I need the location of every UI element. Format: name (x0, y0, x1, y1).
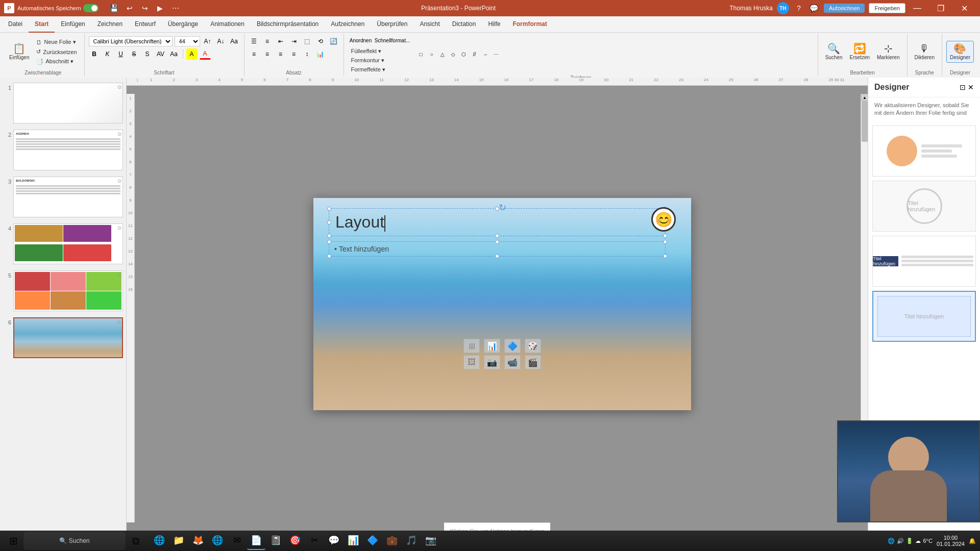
tab-zeichnen[interactable]: Zeichnen (91, 16, 129, 33)
content-handle-bl[interactable] (327, 254, 331, 258)
shapes-gallery[interactable]: □ (415, 49, 427, 60)
shape-7[interactable]: → (480, 49, 491, 60)
numbering-button[interactable]: ≡ (262, 36, 273, 47)
tab-uebergaenge[interactable]: Übergänge (162, 16, 204, 33)
search-taskbar-button[interactable]: 🔍 Suchen (23, 532, 126, 550)
tab-hilfe[interactable]: Hilfe (482, 16, 506, 33)
formkontur-button[interactable]: Formkontur ▾ (348, 56, 410, 65)
battery-icon[interactable]: 🔋 (906, 538, 913, 544)
slide-preview-3[interactable]: BALDOWSKI ⊙ (13, 177, 123, 217)
user-avatar[interactable]: TH (777, 2, 789, 14)
taskbar-onenote[interactable]: 📓 (266, 532, 285, 550)
font-family-select[interactable]: Calibri Light (Überschriften) (89, 36, 173, 46)
table-icon[interactable]: ⊞ (463, 339, 480, 353)
slide-preview-2[interactable]: AGENDA ⊙ (13, 130, 123, 170)
columns-button[interactable]: ⬚ (302, 36, 313, 47)
shadow-button[interactable]: S (142, 48, 153, 60)
ersetzen-button[interactable]: 🔁 Ersetzen (847, 41, 873, 62)
clear-format-button[interactable]: Aa (229, 36, 240, 47)
taskbar-word[interactable]: 🔷 (363, 532, 382, 550)
grow-font-button[interactable]: A↑ (202, 36, 213, 47)
taskbar-teams[interactable]: 🎯 (286, 532, 304, 550)
taskbar-outlook[interactable]: 💬 (325, 532, 343, 550)
tab-start[interactable]: Start (29, 16, 55, 33)
shape-2[interactable]: ○ (426, 49, 437, 60)
tab-animationen[interactable]: Animationen (204, 16, 251, 33)
underline-button[interactable]: U (115, 48, 127, 60)
slide-preview-6[interactable]: ⊙ (13, 317, 123, 358)
tab-bildschirm[interactable]: Bildschirmpräsentation (251, 16, 325, 33)
shape-8[interactable]: ⋯ (491, 49, 502, 60)
markieren-button[interactable]: ⊹ Markieren (874, 41, 902, 62)
align-center-button[interactable]: ≡ (262, 48, 273, 60)
tab-ansicht[interactable]: Ansicht (413, 16, 446, 33)
help-icon[interactable]: ? (793, 3, 804, 14)
anordnen-button[interactable]: Anordnen (348, 35, 374, 46)
smart-art-button[interactable]: 📊 (315, 48, 326, 60)
shape-6[interactable]: // (469, 49, 480, 60)
picture-icon[interactable]: 🖼 (463, 355, 480, 369)
tab-aufzeichnen[interactable]: Aufzeichnen (325, 16, 371, 33)
slide-thumb-4[interactable]: 4 ⊙ (2, 222, 124, 265)
photo-icon[interactable]: 📷 (484, 355, 500, 369)
taskbar-snip[interactable]: ✂ (305, 532, 324, 550)
taskbar-camera[interactable]: 📷 (422, 532, 440, 550)
taskbar-firefox[interactable]: 🦊 (189, 532, 207, 550)
rotate-handle[interactable]: ↻ (499, 202, 506, 213)
3d-icon[interactable]: 🎲 (525, 339, 541, 353)
taskbar-explorer[interactable]: 📁 (169, 532, 188, 550)
tab-entwurf[interactable]: Entwurf (129, 16, 162, 33)
taskbar-app1[interactable]: 💼 (383, 532, 401, 550)
justify-button[interactable]: ≡ (288, 48, 300, 60)
taskbar-edge[interactable]: 🌐 (150, 532, 168, 550)
handle-br[interactable] (663, 234, 667, 238)
highlight-button[interactable]: A (186, 48, 198, 60)
convert-button[interactable]: 🔄 (328, 36, 339, 47)
strikethrough-button[interactable]: S (129, 48, 140, 60)
shape-5[interactable]: ⬡ (458, 49, 470, 60)
slide-thumb-1[interactable]: 1 ⊙ (2, 82, 124, 124)
taskbar-powerpoint[interactable]: 📄 (247, 532, 265, 550)
video-icon[interactable]: 📹 (504, 355, 521, 369)
close-button[interactable]: ✕ (952, 0, 976, 16)
line-spacing-button[interactable]: ↕ (302, 48, 313, 60)
char-spacing-button[interactable]: AV (155, 48, 166, 60)
present-icon[interactable]: ▶ (155, 3, 166, 14)
slide-preview-4[interactable]: ⊙ (13, 223, 123, 264)
taskbar-app2[interactable]: 🎵 (402, 532, 421, 550)
share-button[interactable]: Freigeben (869, 3, 905, 13)
increase-indent-button[interactable]: ⇥ (288, 36, 300, 47)
slide-preview-1[interactable]: ⊙ (13, 83, 123, 123)
more-icon[interactable]: ⋯ (170, 3, 181, 14)
slide-preview-5[interactable]: ⊙ (13, 270, 123, 311)
scroll-up-button[interactable]: ▲ (861, 94, 868, 101)
smartart-icon[interactable]: 🔷 (504, 339, 521, 353)
feedback-icon[interactable]: 💬 (808, 3, 820, 14)
tab-dictation[interactable]: Dictation (446, 16, 482, 33)
slide-thumb-5[interactable]: 5 ⊙ (2, 269, 124, 312)
slide-thumb-2[interactable]: 2 AGENDA ⊙ (2, 129, 124, 171)
formeffekte-button[interactable]: Formeffekte ▾ (348, 65, 410, 74)
template-1[interactable] (872, 126, 976, 177)
einfuegen-button[interactable]: 📋 Einfügen (6, 41, 32, 62)
template-2[interactable]: Titel hinzufügen (872, 181, 976, 232)
shape-3[interactable]: △ (437, 49, 448, 60)
content-textbox[interactable]: •Text hinzufügen (329, 241, 666, 257)
title-textbox[interactable]: Layout (329, 208, 666, 236)
notification-button[interactable]: 🔔 (969, 538, 976, 544)
restore-button[interactable]: ❐ (929, 0, 952, 16)
content-handle-tl[interactable] (327, 240, 331, 244)
slide-title[interactable]: Layout (335, 213, 659, 232)
zuruecksetzen-button[interactable]: ↺Zurücksetzen (33, 47, 80, 56)
scroll-thumb[interactable] (862, 101, 868, 142)
content-handle-tm[interactable] (495, 240, 499, 244)
template-3[interactable]: Titel hinzufügen (872, 236, 976, 287)
slide-canvas[interactable]: ↻ Layout 😊 (313, 198, 691, 410)
case-button[interactable]: Aa (168, 48, 180, 60)
redo-icon[interactable]: ↪ (139, 3, 151, 14)
media-icon[interactable]: 🎬 (525, 355, 541, 369)
text-direction-button[interactable]: ⟲ (315, 36, 326, 47)
taskbar-mail[interactable]: ✉ (228, 532, 246, 550)
shape-4[interactable]: ◇ (448, 49, 459, 60)
slide-thumb-3[interactable]: 3 BALDOWSKI ⊙ (2, 176, 124, 218)
